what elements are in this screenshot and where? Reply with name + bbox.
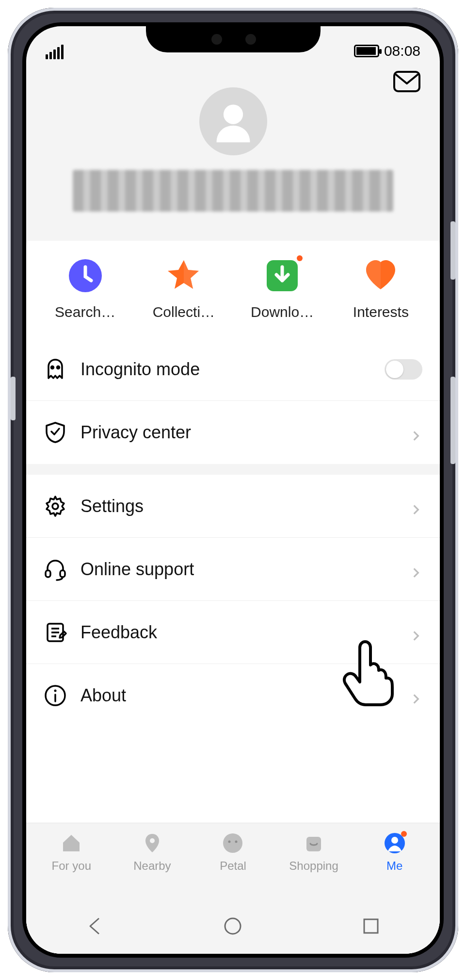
bag-icon [303, 832, 325, 854]
nav-label: Petal [220, 859, 246, 873]
svg-rect-20 [364, 919, 378, 933]
profile-header [26, 61, 440, 241]
svg-point-5 [57, 366, 60, 368]
row-label: Settings [80, 496, 396, 516]
nav-label: Me [386, 859, 402, 873]
chevron-right-icon [410, 500, 422, 513]
svg-point-15 [235, 841, 238, 843]
system-nav-bar [26, 900, 440, 954]
battery-icon [354, 45, 379, 57]
section-divider [26, 464, 440, 475]
ghost-icon [44, 358, 67, 381]
chevron-right-icon [410, 426, 422, 439]
status-time: 08:08 [384, 43, 420, 59]
pin-icon [141, 832, 163, 854]
screen: 08:08 [26, 26, 440, 954]
quick-downloads[interactable]: Downlo… [233, 258, 332, 320]
clock-icon [68, 258, 103, 293]
svg-rect-16 [306, 837, 321, 851]
side-button [11, 377, 16, 420]
display-notch [146, 22, 321, 52]
nav-nearby[interactable]: Nearby [112, 832, 193, 900]
shield-icon [44, 421, 67, 444]
svg-point-6 [52, 503, 58, 509]
incognito-toggle[interactable] [385, 359, 422, 380]
svg-point-19 [225, 918, 241, 934]
row-label: Online support [80, 559, 396, 580]
nav-label: Nearby [133, 859, 171, 873]
nav-me[interactable]: Me [354, 832, 435, 900]
svg-point-4 [51, 366, 54, 368]
person-icon [384, 832, 406, 854]
row-incognito-mode[interactable]: Incognito mode [26, 338, 440, 401]
quick-label: Search… [51, 304, 119, 320]
bottom-nav: For you Nearby Petal Shopping [26, 823, 440, 900]
phone-outer-frame: 08:08 [8, 8, 458, 972]
mail-icon [393, 71, 420, 92]
svg-point-12 [150, 838, 155, 843]
username-obscured[interactable] [73, 170, 393, 212]
svg-point-18 [391, 837, 398, 844]
side-button [450, 221, 455, 280]
row-settings[interactable]: Settings [26, 475, 440, 538]
home-icon [60, 832, 82, 854]
svg-rect-0 [394, 72, 419, 91]
signal-icon [46, 45, 64, 59]
chevron-right-icon [410, 563, 422, 576]
quick-label: Downlo… [247, 304, 318, 320]
download-icon [265, 258, 300, 293]
svg-point-1 [223, 105, 242, 124]
back-button[interactable] [84, 915, 106, 939]
spacer [26, 727, 440, 823]
nav-shopping[interactable]: Shopping [273, 832, 354, 900]
quick-interests[interactable]: Interests [332, 258, 430, 320]
phone-bezel: 08:08 [22, 22, 444, 958]
svg-rect-7 [46, 570, 50, 577]
row-label: Incognito mode [80, 359, 371, 380]
notification-dot [401, 831, 407, 837]
messages-button[interactable] [393, 71, 420, 92]
gear-icon [44, 495, 67, 518]
face-icon [222, 832, 244, 854]
person-icon [211, 99, 256, 144]
home-button[interactable] [222, 915, 243, 939]
quick-collections[interactable]: Collecti… [134, 258, 233, 320]
svg-rect-8 [60, 570, 65, 577]
recents-button[interactable] [360, 915, 382, 939]
quick-search-history[interactable]: Search… [36, 258, 134, 320]
phone-mockup: 08:08 [0, 0, 466, 980]
star-icon [166, 258, 201, 293]
row-privacy-center[interactable]: Privacy center [26, 401, 440, 464]
privacy-section: Incognito mode Privacy center [26, 338, 440, 464]
svg-point-11 [54, 690, 57, 692]
nav-petal[interactable]: Petal [193, 832, 273, 900]
nav-for-you[interactable]: For you [31, 832, 112, 900]
cursor-hand-icon [338, 639, 397, 707]
svg-point-13 [223, 833, 242, 853]
notification-dot [297, 255, 303, 261]
nav-label: Shopping [289, 859, 338, 873]
headset-icon [44, 558, 67, 581]
quick-actions: Search… Collecti… [26, 229, 440, 338]
heart-icon [363, 258, 398, 293]
content-card: Search… Collecti… [26, 229, 440, 954]
nav-label: For you [52, 859, 91, 873]
row-online-support[interactable]: Online support [26, 538, 440, 601]
svg-point-14 [228, 841, 231, 843]
note-icon [44, 621, 67, 644]
chevron-right-icon [410, 689, 422, 702]
avatar[interactable] [199, 87, 267, 155]
info-icon [44, 684, 67, 707]
chevron-right-icon [410, 626, 422, 639]
side-button [450, 377, 455, 464]
quick-label: Collecti… [149, 304, 219, 320]
row-label: Privacy center [80, 422, 396, 443]
quick-label: Interests [349, 304, 413, 320]
